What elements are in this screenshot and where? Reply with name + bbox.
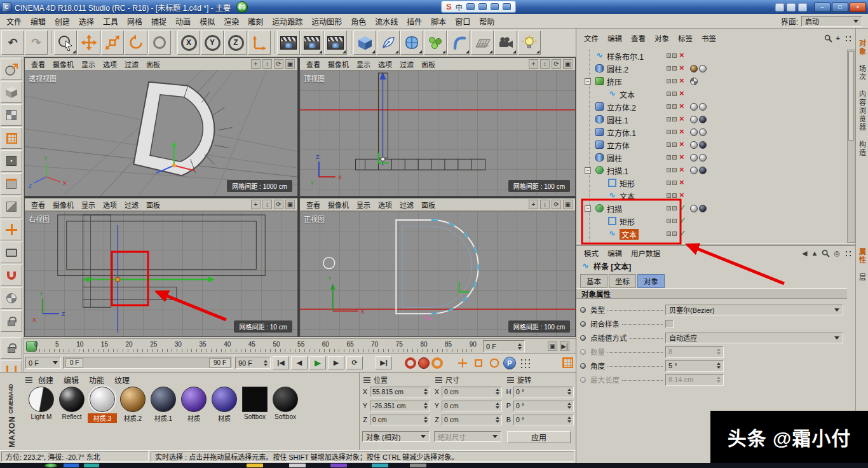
generator-disabled-icon[interactable]: × <box>679 152 684 162</box>
taskbar-app[interactable] <box>247 464 263 467</box>
visibility-dots[interactable] <box>667 53 677 58</box>
search-icon[interactable] <box>824 34 832 43</box>
ime-punctuation-icon[interactable] <box>466 3 475 10</box>
key-scale-button[interactable] <box>471 356 485 370</box>
generator-enabled-icon[interactable]: ✓ <box>679 228 686 238</box>
record-keyframe-button[interactable] <box>405 357 416 369</box>
rotation-h-field[interactable]: 0 ° <box>513 387 574 397</box>
vp-menu-display[interactable]: 显示 <box>78 59 99 70</box>
tab-layers[interactable]: 层 <box>857 273 867 282</box>
mat-menu-texture[interactable]: 纹理 <box>110 373 134 387</box>
menu-snap[interactable]: 捕捉 <box>147 15 171 28</box>
om-menu-edit[interactable]: 编辑 <box>604 32 626 44</box>
panel-splitter[interactable] <box>576 244 855 246</box>
start-orb[interactable] <box>44 464 57 467</box>
tray-icon-1[interactable] <box>775 3 784 11</box>
generator-disabled-icon[interactable]: × <box>679 177 684 187</box>
tab-takes[interactable]: 场次 <box>857 65 867 81</box>
tray-icon-3[interactable] <box>798 3 807 11</box>
om-menu-tags[interactable]: 标签 <box>674 32 696 44</box>
tray-icon-2[interactable] <box>787 3 796 11</box>
vp-menu-display[interactable]: 显示 <box>353 199 374 210</box>
title-bar[interactable]: C CINEMA 4D R18.011 Studio (RC - R18) - … <box>0 0 868 14</box>
goto-start-button[interactable]: |◀ <box>273 356 289 369</box>
next-frame-button[interactable]: ▶ <box>328 356 344 369</box>
move-tool[interactable] <box>78 31 100 55</box>
material-tags[interactable] <box>690 205 707 212</box>
size-x-field[interactable]: 0 cm <box>442 387 502 397</box>
pan-view-icon[interactable]: + <box>529 200 538 209</box>
tab-attributes[interactable]: 属性 <box>857 248 867 265</box>
render-picture-viewer-button[interactable] <box>301 31 323 55</box>
pan-view-icon[interactable]: + <box>251 59 261 69</box>
lock-target-icon[interactable]: ◎ <box>834 249 840 258</box>
tab-objects[interactable]: 对象 <box>857 39 867 56</box>
ime-toolbox-icon[interactable] <box>503 3 511 10</box>
ime-mic-icon[interactable] <box>478 3 487 10</box>
maximize-view-icon[interactable]: ▣ <box>563 59 573 69</box>
max-length-field[interactable]: 8.14 cm <box>665 374 724 386</box>
type-dropdown[interactable]: 贝塞尔(Bezier) <box>665 305 843 315</box>
vp-menu-filter[interactable]: 过滤 <box>396 199 417 210</box>
param-dot-icon[interactable] <box>580 363 586 369</box>
viewport-right[interactable]: 查看 摄像机 显示 选项 过滤 面板 +↕⟳▣ YXZ <box>24 198 298 337</box>
redo-button[interactable]: ↷ <box>25 31 48 55</box>
vp-menu-filter[interactable]: 过滤 <box>396 59 417 70</box>
visibility-dots[interactable] <box>667 231 677 236</box>
generator-disabled-icon[interactable]: × <box>679 190 684 200</box>
close-button[interactable]: × <box>850 3 866 12</box>
visibility-dots[interactable] <box>667 92 677 96</box>
timeline-options-icon[interactable]: ▣ <box>548 341 557 351</box>
visibility-dots[interactable] <box>667 79 677 83</box>
param-dot-icon[interactable] <box>580 349 586 355</box>
menu-character[interactable]: 角色 <box>346 15 370 28</box>
visibility-dots[interactable] <box>667 66 677 71</box>
object-row-spline-boolean-1[interactable]: 样条布尔.1× <box>576 50 847 62</box>
param-dot-icon[interactable] <box>580 377 586 383</box>
coordinate-mode-dropdown[interactable]: 对象 (相对) <box>362 431 430 442</box>
menu-pipeline[interactable]: 流水线 <box>370 15 402 28</box>
om-menu-file[interactable]: 文件 <box>580 32 602 44</box>
material-tags[interactable] <box>690 141 707 149</box>
material-tags[interactable] <box>690 128 707 136</box>
vp-menu-view[interactable]: 查看 <box>302 59 324 70</box>
material-preview[interactable] <box>29 387 54 412</box>
menu-edit[interactable]: 编辑 <box>26 15 50 28</box>
orbit-view-icon[interactable]: ⟳ <box>552 59 561 69</box>
autokey-button[interactable] <box>418 357 430 369</box>
position-y-field[interactable]: -26.351 cm <box>370 401 430 411</box>
mat-menu-create[interactable]: 创建 <box>34 373 58 387</box>
pan-view-icon[interactable]: + <box>529 59 538 69</box>
rotation-b-field[interactable]: 0 ° <box>513 415 574 425</box>
coordinate-system-button[interactable] <box>248 31 271 55</box>
object-row-cylinder-1[interactable]: 圆柱.1× <box>576 113 847 126</box>
vp-menu-display[interactable]: 显示 <box>78 199 99 210</box>
attr-menu-edit[interactable]: 编辑 <box>604 247 626 259</box>
angle-field[interactable]: 5 ° <box>665 360 724 372</box>
maximize-view-icon[interactable]: ▣ <box>563 200 573 209</box>
zoom-view-icon[interactable]: ↕ <box>540 200 550 209</box>
param-dot-icon[interactable] <box>580 321 586 327</box>
locked-workplane-button[interactable] <box>1 337 22 359</box>
menu-mesh[interactable]: 网格 <box>123 15 147 28</box>
tab-basic[interactable]: 基本 <box>580 274 607 288</box>
parent-object-icon[interactable]: ▲ <box>811 249 818 257</box>
light-button[interactable] <box>518 31 541 55</box>
restore-button[interactable]: □ <box>832 3 848 12</box>
visibility-dots[interactable] <box>667 130 677 134</box>
panel-menu-icon[interactable] <box>363 377 370 383</box>
vp-menu-panel[interactable]: 面板 <box>142 199 164 210</box>
vp-menu-options[interactable]: 选项 <box>374 59 396 70</box>
key-rotation-button[interactable] <box>487 356 501 370</box>
object-row-cube-2[interactable]: 立方体.2× <box>576 100 847 113</box>
menu-mograph[interactable]: 运动图形 <box>307 15 346 28</box>
vp-menu-camera[interactable]: 摄像机 <box>49 199 78 210</box>
interface-dropdown[interactable]: 启动 <box>801 16 862 27</box>
object-row-sweep-1[interactable]: −扫描.1× <box>576 164 847 177</box>
taskbar-app[interactable] <box>372 464 388 467</box>
material-item[interactable]: Reflect <box>57 387 86 420</box>
edges-mode-button[interactable] <box>1 173 22 195</box>
keyframe-presets-button[interactable] <box>518 356 532 370</box>
taskbar-app[interactable] <box>330 464 347 467</box>
generator-enabled-icon[interactable]: ✓ <box>679 203 686 212</box>
